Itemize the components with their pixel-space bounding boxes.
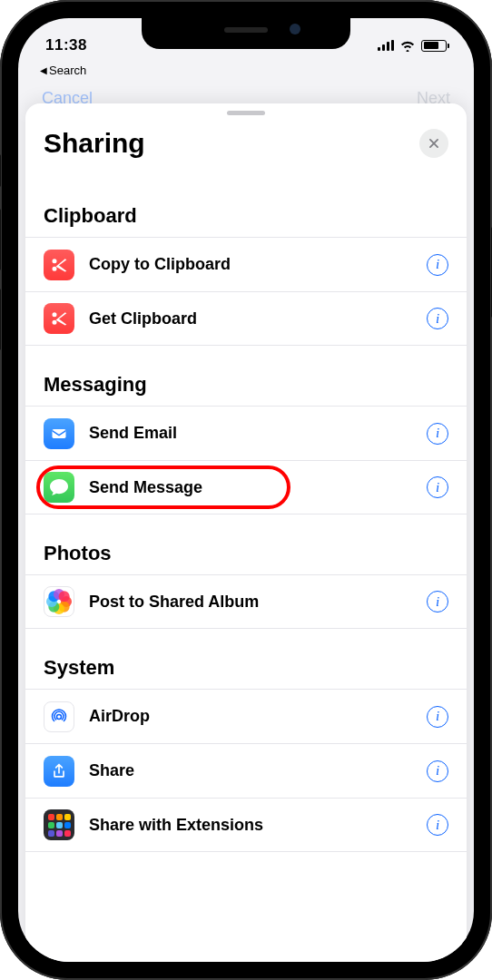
row-post-to-shared-album[interactable]: Post to Shared Album i xyxy=(25,574,467,629)
side-button xyxy=(0,209,1,270)
section-clipboard: Clipboard Copy to Clipboard i Get Clipbo… xyxy=(25,179,467,346)
row-label: Post to Shared Album xyxy=(89,593,412,612)
row-share[interactable]: Share i xyxy=(25,743,467,798)
device-frame: 11:38 ◀ Search Cancel Next Sharing xyxy=(0,0,492,980)
message-icon xyxy=(44,472,74,503)
airdrop-icon xyxy=(44,701,74,732)
share-icon xyxy=(44,756,74,787)
mail-icon xyxy=(44,418,74,449)
section-title: Messaging xyxy=(25,346,467,406)
row-get-clipboard[interactable]: Get Clipboard i xyxy=(25,291,467,346)
info-button[interactable]: i xyxy=(427,760,448,782)
row-send-message[interactable]: Send Message i xyxy=(25,460,467,514)
svg-point-1 xyxy=(57,714,62,719)
svg-rect-0 xyxy=(53,429,66,438)
section-title: Clipboard xyxy=(25,179,467,237)
row-label: AirDrop xyxy=(89,707,412,726)
notch xyxy=(142,18,350,49)
section-messaging: Messaging Send Email i Send Messag xyxy=(25,346,467,514)
row-label: Share with Extensions xyxy=(89,816,412,835)
section-title: System xyxy=(25,629,467,689)
extensions-icon xyxy=(44,809,74,840)
cellular-icon xyxy=(378,40,394,51)
info-button[interactable]: i xyxy=(427,254,448,276)
row-send-email[interactable]: Send Email i xyxy=(25,406,467,460)
scissors-icon xyxy=(44,303,74,334)
row-label: Send Email xyxy=(89,424,412,443)
row-airdrop[interactable]: AirDrop i xyxy=(25,689,467,743)
side-button xyxy=(0,154,1,187)
close-button[interactable] xyxy=(419,129,448,158)
sheet-body: Clipboard Copy to Clipboard i Get Clipbo… xyxy=(25,179,467,870)
photos-icon xyxy=(44,586,74,617)
section-title: Photos xyxy=(25,514,467,574)
wifi-icon xyxy=(399,39,416,52)
row-copy-to-clipboard[interactable]: Copy to Clipboard i xyxy=(25,237,467,291)
sharing-sheet: Sharing Clipboard Copy to Clipboard i xyxy=(25,103,467,962)
info-button[interactable]: i xyxy=(427,706,448,728)
scissors-icon xyxy=(44,250,74,280)
section-photos: Photos Post to Shared Album i xyxy=(25,514,467,629)
sheet-header: Sharing xyxy=(25,115,467,179)
info-button[interactable]: i xyxy=(427,591,448,612)
row-label: Send Message xyxy=(89,478,412,497)
screen: 11:38 ◀ Search Cancel Next Sharing xyxy=(18,18,474,962)
section-system: System AirDrop i Share i xyxy=(25,629,467,852)
sheet-title: Sharing xyxy=(44,128,145,159)
row-label: Copy to Clipboard xyxy=(89,255,412,274)
status-time: 11:38 xyxy=(45,36,87,54)
info-button[interactable]: i xyxy=(427,814,448,836)
close-icon xyxy=(428,137,440,150)
row-label: Get Clipboard xyxy=(89,309,412,328)
row-share-with-extensions[interactable]: Share with Extensions i xyxy=(25,798,467,852)
battery-icon xyxy=(421,40,447,52)
status-icons xyxy=(378,39,447,52)
info-button[interactable]: i xyxy=(427,423,448,445)
back-label: Search xyxy=(49,64,86,77)
side-button xyxy=(0,289,1,350)
info-button[interactable]: i xyxy=(427,476,448,498)
row-label: Share xyxy=(89,761,412,780)
back-chevron-icon: ◀ xyxy=(40,65,47,75)
info-button[interactable]: i xyxy=(427,308,448,329)
back-to-app-button[interactable]: ◀ Search xyxy=(40,64,86,77)
